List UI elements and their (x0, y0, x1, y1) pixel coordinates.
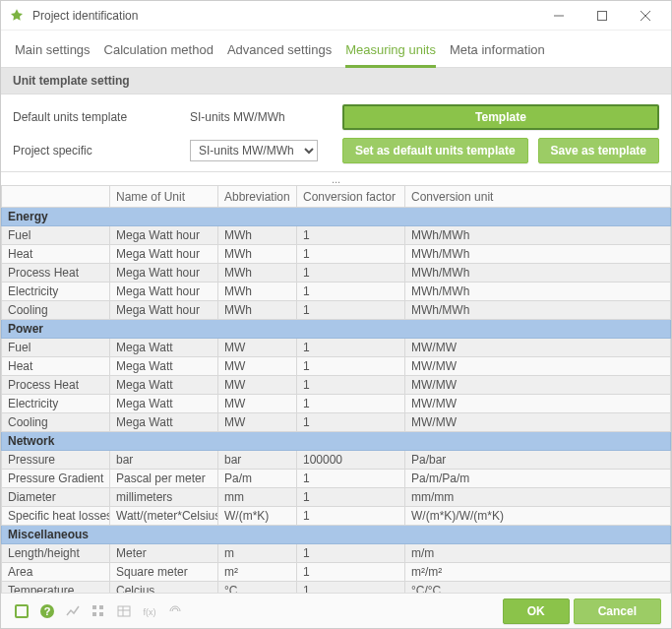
table-row[interactable]: ElectricityMega Watt hourMWh1MWh/MWh (2, 283, 671, 301)
col-conversion-unit[interactable]: Conversion unit (405, 186, 671, 208)
cell-u[interactable]: MWh/MWh (405, 283, 671, 301)
cell-u[interactable]: MW/MW (405, 413, 671, 432)
cell-u[interactable]: MWh/MWh (405, 301, 671, 320)
cell-k[interactable]: Area (2, 563, 110, 582)
cell-f[interactable]: 1 (297, 488, 405, 507)
cell-a[interactable]: MW (218, 339, 297, 357)
cell-k[interactable]: Pressure Gradient (2, 470, 110, 488)
cell-k[interactable]: Specific heat losses (2, 507, 110, 526)
cell-a[interactable]: W/(m*K) (218, 507, 297, 526)
cell-f[interactable]: 1 (297, 376, 405, 395)
table-row[interactable]: Process HeatMega Watt hourMWh1MWh/MWh (2, 264, 671, 283)
table-row[interactable]: Diametermillimetersmm1mm/mm (2, 488, 671, 507)
cell-n[interactable]: Celcius (110, 582, 218, 594)
table-row[interactable]: TemperatureCelcius°C1°C/°C (2, 582, 671, 594)
close-button[interactable] (624, 1, 667, 30)
cell-f[interactable]: 1 (297, 301, 405, 320)
cell-k[interactable]: Fuel (2, 339, 110, 357)
cell-n[interactable]: Mega Watt hour (110, 226, 218, 245)
cell-n[interactable]: Watt/(meter*Celsius) (110, 507, 218, 526)
cell-k[interactable]: Pressure (2, 451, 110, 470)
help-icon[interactable]: ? (36, 600, 58, 622)
table-row[interactable]: FuelMega WattMW1MW/MW (2, 339, 671, 357)
cell-n[interactable]: Pascal per meter (110, 470, 218, 488)
table-icon[interactable] (113, 600, 135, 622)
table-row[interactable]: FuelMega Watt hourMWh1MWh/MWh (2, 226, 671, 245)
cell-u[interactable]: MWh/MWh (405, 226, 671, 245)
minimize-button[interactable] (537, 1, 580, 30)
grid-scroll[interactable]: Name of Unit Abbreviation Conversion fac… (1, 185, 671, 593)
cell-n[interactable]: Square meter (110, 563, 218, 582)
cell-a[interactable]: MWh (218, 283, 297, 301)
cell-u[interactable]: MWh/MWh (405, 245, 671, 264)
cell-f[interactable]: 1 (297, 470, 405, 488)
cell-n[interactable]: Mega Watt (110, 357, 218, 376)
table-row[interactable]: CoolingMega Watt hourMWh1MWh/MWh (2, 301, 671, 320)
cell-f[interactable]: 1 (297, 226, 405, 245)
table-row[interactable]: ElectricityMega WattMW1MW/MW (2, 395, 671, 413)
cell-f[interactable]: 1 (297, 582, 405, 594)
cell-a[interactable]: MWh (218, 226, 297, 245)
cell-n[interactable]: Mega Watt hour (110, 264, 218, 283)
cell-u[interactable]: MW/MW (405, 376, 671, 395)
cell-a[interactable]: mm (218, 488, 297, 507)
cell-a[interactable]: bar (218, 451, 297, 470)
table-row[interactable]: Pressurebarbar100000Pa/bar (2, 451, 671, 470)
cell-f[interactable]: 1 (297, 413, 405, 432)
cell-a[interactable]: MWh (218, 301, 297, 320)
cell-u[interactable]: MWh/MWh (405, 264, 671, 283)
cell-a[interactable]: m² (218, 563, 297, 582)
cell-a[interactable]: MW (218, 395, 297, 413)
cell-a[interactable]: MW (218, 413, 297, 432)
cell-f[interactable]: 1 (297, 264, 405, 283)
cell-k[interactable]: Fuel (2, 226, 110, 245)
cell-u[interactable]: MW/MW (405, 395, 671, 413)
cell-u[interactable]: Pa/bar (405, 451, 671, 470)
cell-f[interactable]: 1 (297, 283, 405, 301)
table-row[interactable]: CoolingMega WattMW1MW/MW (2, 413, 671, 432)
cell-n[interactable]: millimeters (110, 488, 218, 507)
cell-n[interactable]: Mega Watt (110, 376, 218, 395)
file-icon[interactable] (11, 600, 32, 622)
table-row[interactable]: Specific heat lossesWatt/(meter*Celsius)… (2, 507, 671, 526)
cell-k[interactable]: Cooling (2, 301, 110, 320)
tab-main-settings[interactable]: Main settings (15, 38, 91, 68)
table-row[interactable]: HeatMega Watt hourMWh1MWh/MWh (2, 245, 671, 264)
cell-n[interactable]: Mega Watt (110, 339, 218, 357)
ok-button[interactable]: OK (503, 598, 570, 624)
cell-u[interactable]: m/m (405, 544, 671, 563)
table-row[interactable]: HeatMega WattMW1MW/MW (2, 357, 671, 376)
tab-calculation-method[interactable]: Calculation method (104, 38, 214, 68)
save-as-template-button[interactable]: Save as template (538, 138, 659, 163)
cell-f[interactable]: 1 (297, 245, 405, 264)
col-name-of-unit[interactable]: Name of Unit (110, 186, 218, 208)
grid-icon[interactable] (88, 600, 109, 622)
cell-n[interactable]: bar (110, 451, 218, 470)
cell-u[interactable]: W/(m*K)/W/(m*K) (405, 507, 671, 526)
cell-n[interactable]: Mega Watt (110, 413, 218, 432)
cell-a[interactable]: MW (218, 376, 297, 395)
cell-k[interactable]: Process Heat (2, 376, 110, 395)
cell-f[interactable]: 1 (297, 563, 405, 582)
cancel-button[interactable]: Cancel (574, 598, 661, 624)
cell-u[interactable]: MW/MW (405, 357, 671, 376)
tab-meta-information[interactable]: Meta information (450, 38, 545, 68)
tab-measuring-units[interactable]: Measuring units (345, 38, 436, 68)
cell-n[interactable]: Mega Watt hour (110, 301, 218, 320)
cell-a[interactable]: Pa/m (218, 470, 297, 488)
cell-k[interactable]: Electricity (2, 395, 110, 413)
project-specific-combo[interactable]: SI-units MW/MWh (190, 140, 318, 161)
cell-k[interactable]: Temperature (2, 582, 110, 594)
cell-a[interactable]: °C (218, 582, 297, 594)
cell-a[interactable]: m (218, 544, 297, 563)
table-row[interactable]: Pressure GradientPascal per meterPa/m1Pa… (2, 470, 671, 488)
cell-u[interactable]: mm/mm (405, 488, 671, 507)
cell-n[interactable]: Mega Watt (110, 395, 218, 413)
cell-u[interactable]: MW/MW (405, 339, 671, 357)
cell-u[interactable]: Pa/m/Pa/m (405, 470, 671, 488)
cell-f[interactable]: 1 (297, 544, 405, 563)
cell-f[interactable]: 100000 (297, 451, 405, 470)
set-default-button[interactable]: Set as default units template (342, 138, 528, 163)
cell-k[interactable]: Diameter (2, 488, 110, 507)
signal-icon[interactable] (164, 600, 186, 622)
